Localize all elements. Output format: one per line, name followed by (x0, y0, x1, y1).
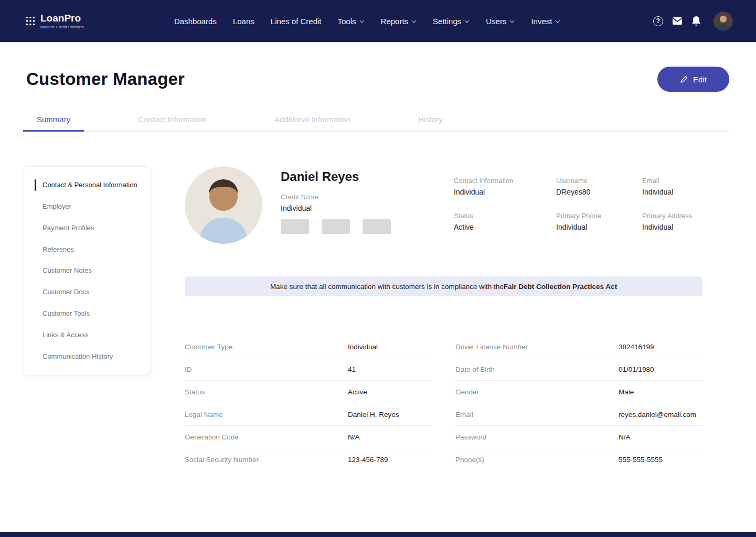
sidebar-item-links-access[interactable]: Links & Access (24, 325, 150, 346)
sidebar-item-customer-tools[interactable]: Customer Tools (24, 303, 150, 325)
mail-icon[interactable] (672, 17, 683, 25)
info-primary-phone: Primary Phone Individual (556, 212, 642, 231)
nav-settings[interactable]: Settings (433, 17, 470, 26)
row-value: Individual (348, 343, 378, 351)
table-row: Date of Birth 01/01/1980 (455, 358, 702, 381)
row-label: Customer Type (185, 343, 348, 351)
table-row: Generation Code N/A (185, 426, 432, 448)
sidebar-item-employer[interactable]: Employer (24, 196, 150, 218)
sidebar-item-customer-docs[interactable]: Customer Docs (24, 282, 150, 303)
brand-name: LoanPro (40, 13, 84, 23)
row-value: Daniel H. Reyes (348, 411, 399, 418)
row-label: ID (185, 366, 348, 373)
details-table-right: Driver License Number 382416199 Date of … (455, 336, 702, 471)
summary-panel: Daniel Reyes Credit Score Individual Con… (185, 166, 702, 471)
nav-label: Users (486, 17, 506, 26)
help-glyph: ? (653, 16, 663, 26)
tab-history[interactable]: History (404, 115, 456, 131)
table-row: Email reyes.daniel@email.com (455, 403, 702, 426)
row-value: 123-456-789 (348, 456, 388, 464)
sidebar-item-customer-notes[interactable]: Customer Notes (24, 260, 150, 282)
nav-label: Settings (433, 17, 461, 26)
bell-icon[interactable] (691, 16, 701, 26)
sidebar-item-contact-personal-information[interactable]: Contact & Personal Information (24, 175, 150, 196)
row-value: N/A (348, 433, 360, 441)
brand-text: LoanPro Modern Credit Platform (40, 13, 84, 29)
credit-score-value: Individual (281, 204, 454, 212)
help-icon[interactable]: ? (653, 16, 663, 26)
info-primary-address: Primary Address Individual (642, 212, 702, 231)
chevron-down-icon (509, 20, 515, 23)
edit-button[interactable]: Edit (657, 67, 729, 92)
navbar-actions: ? (653, 12, 733, 31)
user-avatar[interactable] (714, 12, 733, 31)
row-label: Status (185, 388, 348, 396)
sidebar-item-payment-profiles[interactable]: Payment Profiles (24, 218, 150, 239)
customer-name-block: Daniel Reyes Credit Score Individual (281, 166, 454, 234)
row-value: 382416199 (619, 343, 654, 351)
row-label: Password (455, 433, 619, 441)
nav-label: Dashboards (174, 17, 217, 26)
credit-score-label: Credit Score (281, 193, 454, 201)
tab-summary[interactable]: Summary (23, 115, 84, 131)
info-value: Individual (454, 188, 556, 196)
row-label: Date of Birth (455, 366, 619, 373)
info-value: Active (454, 223, 556, 231)
row-label: Generation Code (185, 433, 348, 441)
row-label: Email (455, 411, 619, 418)
row-label: Gender (455, 388, 619, 396)
row-value: Male (619, 388, 634, 396)
credit-score-placeholders (281, 219, 454, 234)
nav-lines-of-credit[interactable]: Lines of Credit (271, 17, 322, 26)
top-navbar: LoanPro Modern Credit Platform Dashboard… (0, 0, 756, 42)
table-row: Legal Name Daniel H. Reyes (185, 403, 432, 426)
nav-tools[interactable]: Tools (338, 17, 365, 26)
row-value: reyes.daniel@email.com (619, 411, 696, 418)
table-row: Customer Type Individual (185, 336, 432, 358)
details-table-left: Customer Type Individual ID 41 Status Ac… (185, 336, 432, 471)
info-value: DReyes80 (556, 188, 642, 196)
pencil-icon (680, 75, 688, 83)
nav-loans[interactable]: Loans (233, 17, 254, 26)
table-row: ID 41 (185, 358, 432, 381)
info-username: Username DReyes80 (556, 177, 642, 196)
nav-invest[interactable]: Invest (531, 17, 560, 26)
placeholder-block (363, 219, 391, 234)
sidebar-item-communication-history[interactable]: Communication History (24, 346, 150, 368)
row-label: Social Security Number (185, 456, 348, 464)
tab-additional-information[interactable]: Additional Information (261, 115, 364, 131)
brand-logo[interactable]: LoanPro Modern Credit Platform (25, 13, 84, 29)
profile-summary: Daniel Reyes Credit Score Individual Con… (185, 166, 702, 244)
info-value: Individual (642, 188, 702, 196)
brand-tagline: Modern Credit Platform (40, 25, 84, 29)
nav-label: Tools (338, 17, 356, 26)
nav-label: Lines of Credit (271, 17, 322, 26)
customer-details: Customer Type Individual ID 41 Status Ac… (185, 336, 702, 471)
content-area: Contact & Personal Information Employer … (24, 166, 756, 471)
edit-button-label: Edit (693, 75, 707, 84)
compliance-text: Make sure that all communication with cu… (270, 283, 504, 291)
row-label: Driver License Number (455, 343, 619, 351)
section-sidebar: Contact & Personal Information Employer … (24, 166, 151, 376)
placeholder-block (322, 219, 350, 234)
info-email: Email Individual (642, 177, 702, 196)
info-label: Email (642, 177, 702, 185)
chevron-down-icon (555, 20, 560, 23)
nav-label: Invest (531, 17, 552, 26)
info-contact-information: Contact Information Individual (454, 177, 556, 196)
row-value: 41 (348, 366, 356, 373)
footer-bar (0, 532, 756, 537)
info-label: Primary Phone (556, 212, 642, 220)
nav-reports[interactable]: Reports (381, 17, 417, 26)
compliance-banner: Make sure that all communication with cu… (185, 276, 702, 296)
contact-info-grid: Contact Information Individual Username … (454, 166, 702, 231)
sidebar-item-referenes[interactable]: Referenes (24, 239, 150, 261)
row-label: Legal Name (185, 411, 348, 418)
tab-contact-information[interactable]: Contact Information (124, 115, 220, 131)
nav-users[interactable]: Users (486, 17, 515, 26)
chevron-down-icon (411, 20, 417, 23)
nav-dashboards[interactable]: Dashboards (174, 17, 217, 26)
page-header: Customer Manager Edit (0, 42, 756, 92)
info-label: Primary Address (642, 212, 702, 220)
info-value: Individual (642, 223, 702, 231)
